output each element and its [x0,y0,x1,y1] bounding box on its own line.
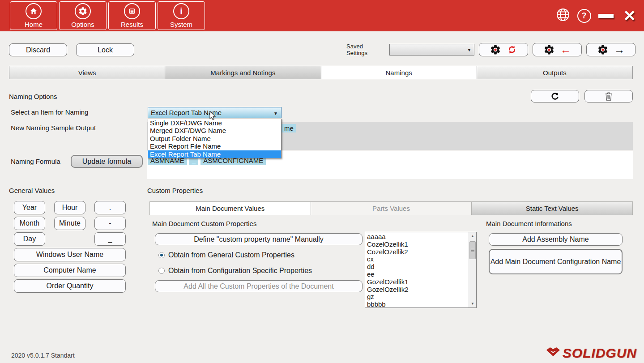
refresh-formula-button[interactable] [531,90,579,102]
dropdown-option[interactable]: Single DXF/DWG Name [148,119,281,127]
value-minute-button[interactable]: Minute [54,217,85,230]
nav-home-button[interactable]: Home [10,1,57,30]
dropdown-option-highlighted[interactable]: Excel Report Tab Name [148,150,281,158]
tab-outputs[interactable]: Outputs [477,66,632,79]
close-button[interactable]: ✕ [623,8,636,23]
info-icon: i [173,3,189,19]
minimize-button[interactable] [598,14,614,18]
define-property-manually-button[interactable]: Define "custom property name" Manually [155,233,363,245]
version-label: 2020 v5.0.1.7 Standart [11,352,75,359]
list-item[interactable]: GozelOzellik1 [367,278,469,286]
radio-selected-icon [158,252,165,258]
gear-icon [75,3,91,19]
custom-properties-tab-bar: Main Document Values Parts Values Static… [149,201,633,215]
add-all-properties-button[interactable]: Add All the Custom Properties of the Doc… [155,280,363,292]
chevron-down-icon: ▼ [273,111,278,116]
list-item[interactable]: aaaaa [367,233,469,241]
value-day-button[interactable]: Day [14,232,45,246]
gear-icon [597,44,609,56]
radio-general-custom-properties[interactable]: Obtain from General Custom Properties [158,251,294,259]
nav-home-label: Home [25,21,43,28]
nav-system-label: System [170,21,192,28]
sync-icon [507,44,517,55]
general-values-title: General Values [9,187,55,194]
main-doc-properties-title: Main Document Custom Properties [152,220,256,227]
tab-markings-and-notings[interactable]: Markings and Notings [165,66,321,79]
scroll-up-icon[interactable]: ▲ [469,232,476,240]
tab-main-document-values[interactable]: Main Document Values [150,202,311,215]
dropdown-option[interactable]: Excel Report File Name [148,142,281,150]
lock-button[interactable]: Lock [76,43,134,56]
nav-results-button[interactable]: Results [108,1,156,30]
nav-results-label: Results [121,21,143,28]
sample-output-label: New Naming Sample Output [11,124,96,132]
solidgun-logo-text: SOLIDGUN [563,346,637,361]
arrow-left-icon: ← [560,44,571,55]
saved-settings-label: SavedSettings [346,43,387,56]
main-tab-bar: Views Markings and Notings Namings Outpu… [9,66,633,79]
list-item[interactable]: CozelOzellik2 [367,248,469,256]
order-quantity-button[interactable]: Order Quantity [14,279,126,293]
scrollbar-thumb[interactable] [469,241,476,259]
naming-formula-label: Naming Formula [11,158,60,165]
list-item[interactable]: dd [367,263,469,271]
saved-settings-select[interactable]: ▼ [389,44,474,56]
dropdown-option[interactable]: Merged DXF/DWG Name [148,127,281,134]
trash-icon [604,91,613,101]
settings-import-button[interactable]: ← [533,43,582,56]
tab-parts-values[interactable]: Parts Values [311,202,472,215]
add-assembly-name-button[interactable]: Add Assembly Name [489,233,623,246]
naming-options-title: Naming Options [9,93,57,100]
value-year-button[interactable]: Year [14,201,45,214]
sample-output-chip: me [281,124,296,132]
value-underscore-button[interactable]: _ [94,232,126,246]
list-item[interactable]: gz [367,293,469,301]
computer-name-button[interactable]: Computer Name [14,264,126,277]
window-controls: ? ✕ [556,0,644,31]
chevron-down-icon: ▼ [467,48,471,52]
title-bar: Home Options Results i System ? ✕ [0,0,644,31]
dropdown-option[interactable]: Output Folder Name [148,135,281,142]
value-dot-button[interactable]: . [94,201,126,214]
tab-views[interactable]: Views [9,66,165,79]
custom-properties-listbox[interactable]: aaaaa CozelOzellik1 CozelOzellik2 cx dd … [365,232,477,308]
scrollbar[interactable]: ▲ ▼ [469,232,476,307]
settings-reload-button[interactable] [479,43,528,56]
list-item[interactable]: ee [367,271,469,278]
custom-properties-list: aaaaa CozelOzellik1 CozelOzellik2 cx dd … [365,232,469,307]
list-item[interactable]: CozelOzellik1 [367,241,469,248]
help-icon[interactable]: ? [577,9,591,23]
nav-system-button[interactable]: i System [158,1,205,30]
nav-options-button[interactable]: Options [59,1,107,30]
list-item[interactable]: GozelOzellik2 [367,286,469,294]
value-month-button[interactable]: Month [14,217,45,230]
solidgun-logo-mark [546,346,561,360]
app-window: Home Options Results i System ? ✕ [0,0,644,363]
settings-export-button[interactable]: → [586,43,635,56]
tab-static-text-values[interactable]: Static Text Values [471,202,632,215]
tab-namings[interactable]: Namings [321,66,477,79]
main-doc-informations-title: Main Document Informations [486,220,572,227]
add-main-document-configuration-name-button[interactable]: Add Main Document Configuration Name [489,249,623,274]
discard-button[interactable]: Discard [9,43,67,56]
naming-item-combobox[interactable]: Excel Report Tab Name ▼ [148,107,281,118]
scroll-down-icon[interactable]: ▼ [469,300,476,307]
arrow-right-icon: → [614,44,625,55]
custom-properties-title: Custom Properties [147,187,203,194]
language-globe-icon[interactable] [556,8,570,24]
list-item[interactable]: bbbbb [367,301,469,307]
radio-label: Obtain from General Custom Properties [168,251,294,259]
radio-label: Obtain from Configuration Specific Prope… [168,267,312,275]
value-hour-button[interactable]: Hour [54,201,85,214]
delete-formula-button[interactable] [584,90,633,102]
value-dash-button[interactable]: - [94,217,126,230]
radio-unselected-icon [158,268,165,274]
gear-icon [543,44,555,56]
combobox-value: Excel Report Tab Name [151,109,222,116]
list-item[interactable]: cx [367,256,469,263]
radio-configuration-specific-properties[interactable]: Obtain from Configuration Specific Prope… [158,267,312,275]
windows-user-name-button[interactable]: Windows User Name [14,248,126,261]
report-list-icon [124,3,140,19]
update-formula-button[interactable]: Update formula [71,155,143,168]
solidgun-logo: SOLIDGUN [546,346,637,361]
